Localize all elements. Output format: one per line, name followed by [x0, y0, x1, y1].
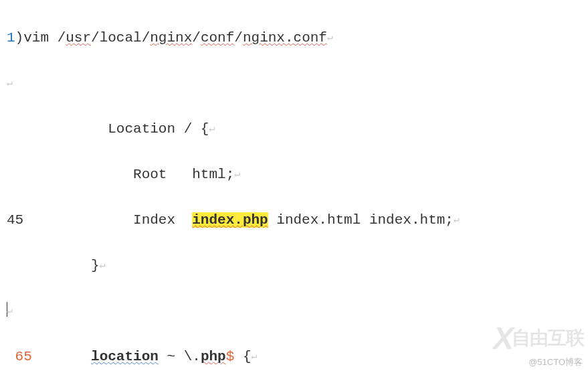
code-line-1: 1)vim /usr/local/nginx/conf/nginx.conf↵	[7, 27, 588, 50]
code-line-cursor: ↵	[7, 300, 588, 323]
code-text: Root html;	[7, 167, 234, 182]
code-text: usr	[66, 30, 91, 46]
code-text: nginx	[150, 30, 192, 46]
code-text: Location / {	[7, 121, 209, 137]
code-text	[32, 349, 91, 364]
code-line-3: Location / {↵	[7, 118, 588, 141]
code-text: Index	[23, 212, 192, 228]
code-text: }	[7, 258, 100, 273]
paren: )	[15, 30, 24, 46]
highlight-index-php: index.php	[192, 212, 268, 228]
keyword-location: location	[91, 349, 159, 364]
code-text: vim /	[23, 30, 66, 46]
newline-icon: ↵	[7, 78, 13, 89]
newline-icon: ↵	[454, 214, 460, 226]
code-block: 1)vim /usr/local/nginx/conf/nginx.conf↵ …	[0, 0, 588, 371]
code-line-6: }↵	[7, 254, 588, 277]
code-text: /local/	[91, 30, 150, 46]
code-line-5: 45 Index index.php index.html index.htm;…	[7, 209, 588, 232]
code-line-blank: ↵	[7, 72, 588, 95]
line-number: 45	[7, 212, 23, 228]
code-text: /	[192, 30, 201, 46]
newline-icon: ↵	[7, 305, 13, 317]
code-line-4: Root html;↵	[7, 163, 588, 186]
code-text: conf	[201, 30, 234, 46]
code-text: /	[234, 30, 243, 46]
line-number: 65	[7, 349, 32, 364]
newline-icon: ↵	[327, 32, 333, 44]
regex-eol: $	[226, 349, 235, 364]
line-number: 1	[7, 30, 15, 46]
newline-icon: ↵	[252, 351, 258, 362]
code-text: {	[234, 349, 251, 364]
newline-icon: ↵	[209, 123, 215, 135]
keyword-php: php	[201, 349, 226, 364]
code-text: nginx.conf	[243, 30, 327, 46]
newline-icon: ↵	[234, 169, 240, 180]
code-text: index.html index.htm;	[268, 212, 454, 228]
code-line-65: 65 location ~ \.php$ {↵	[7, 346, 588, 368]
newline-icon: ↵	[100, 260, 106, 271]
code-text: ~ \.	[159, 349, 201, 364]
